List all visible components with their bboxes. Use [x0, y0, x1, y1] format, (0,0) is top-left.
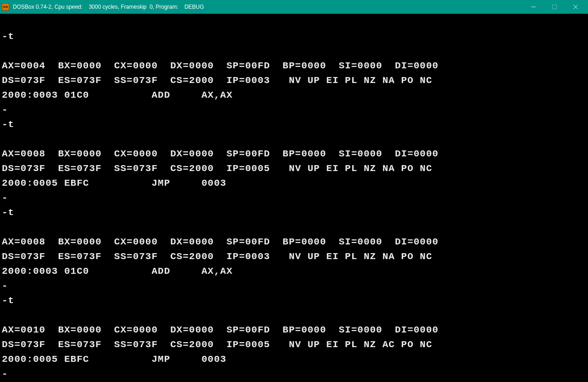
register-line-1: AX=0004 BX=0000 CX=0000 DX=0000 SP=00FD …	[2, 59, 586, 73]
disassembly-line: 2000:0005 EBFC JMP 0003	[2, 352, 586, 367]
register-line-1: AX=0008 BX=0000 CX=0000 DX=0000 SP=00FD …	[2, 147, 586, 161]
debug-prompt: -t	[2, 293, 586, 308]
register-line-1: AX=0008 BX=0000 CX=0000 DX=0000 SP=00FD …	[2, 235, 586, 249]
register-line-2: DS=073F ES=073F SS=073F CS=2000 IP=0005 …	[2, 338, 586, 352]
disassembly-line: 2000:0003 01C0 ADD AX,AX	[2, 264, 586, 279]
dash-line: -	[2, 279, 586, 293]
register-line-2: DS=073F ES=073F SS=073F CS=2000 IP=0003 …	[2, 73, 586, 88]
maximize-button	[544, 0, 565, 14]
dash-line: -	[2, 367, 586, 382]
terminal-output[interactable]: -t AX=0004 BX=0000 CX=0000 DX=0000 SP=00…	[0, 14, 588, 382]
svg-rect-1	[553, 5, 557, 9]
register-line-2: DS=073F ES=073F SS=073F CS=2000 IP=0003 …	[2, 249, 586, 264]
debug-prompt: -t	[2, 117, 586, 132]
window-controls	[523, 0, 586, 14]
trace-block: -t AX=0008 BX=0000 CX=0000 DX=0000 SP=00…	[2, 205, 586, 293]
dash-line: -	[2, 103, 586, 117]
trace-block: -t AX=0004 BX=0000 CX=0000 DX=0000 SP=00…	[2, 29, 586, 117]
register-line-1: AX=0010 BX=0000 CX=0000 DX=0000 SP=00FD …	[2, 323, 586, 338]
minimize-button[interactable]	[523, 0, 544, 14]
blank-line	[2, 308, 586, 323]
dosbox-icon	[2, 3, 9, 11]
window-title: DOSBox 0.74-2, Cpu speed: 3000 cycles, F…	[13, 4, 523, 10]
close-button[interactable]	[565, 0, 586, 14]
debug-prompt: -t	[2, 205, 586, 220]
disassembly-line: 2000:0005 EBFC JMP 0003	[2, 176, 586, 191]
trace-block: -t AX=0010 BX=0000 CX=0000 DX=0000 SP=00…	[2, 293, 586, 382]
titlebar[interactable]: DOSBox 0.74-2, Cpu speed: 3000 cycles, F…	[0, 0, 588, 14]
blank-line	[2, 220, 586, 235]
debug-prompt: -t	[2, 29, 586, 44]
dash-line: -	[2, 191, 586, 205]
disassembly-line: 2000:0003 01C0 ADD AX,AX	[2, 88, 586, 103]
trace-block: -t AX=0008 BX=0000 CX=0000 DX=0000 SP=00…	[2, 117, 586, 205]
blank-line	[2, 44, 586, 59]
blank-line	[2, 132, 586, 147]
register-line-2: DS=073F ES=073F SS=073F CS=2000 IP=0005 …	[2, 161, 586, 176]
